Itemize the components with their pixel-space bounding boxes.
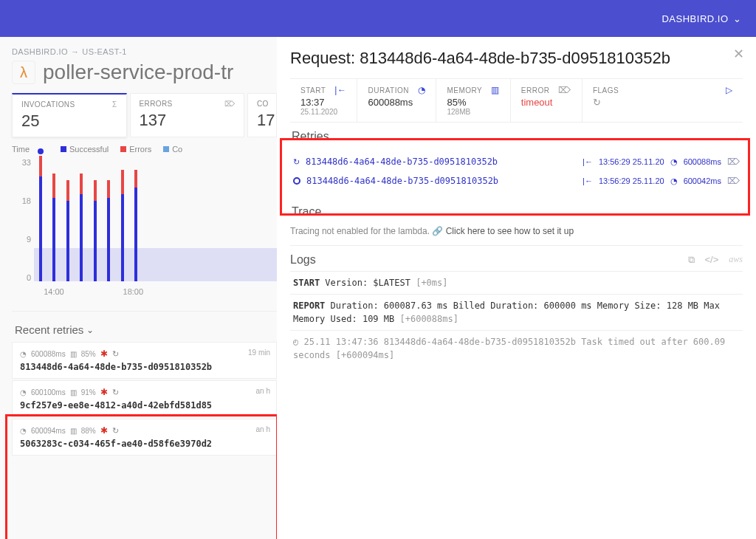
memory-icon: ▥ bbox=[491, 85, 500, 95]
chart-bar bbox=[134, 170, 137, 281]
chart-bar bbox=[52, 174, 55, 281]
left-panel: DASHBIRD.IO→US-EAST-1 λ poller-service-p… bbox=[0, 37, 277, 539]
topbar: DASHBIRD.IO⌄ bbox=[0, 0, 756, 37]
memory-icon: ▥ bbox=[70, 388, 77, 396]
bug-icon: ⌦ bbox=[727, 176, 740, 186]
chevron-down-icon: ⌄ bbox=[86, 325, 94, 335]
trace-message: Tracing not enabled for the lambda. 🔗 Cl… bbox=[290, 223, 743, 246]
retry-row[interactable]: ↻ 813448d6-4a64-48de-b735-d0951810352b |… bbox=[293, 152, 740, 171]
clock-icon: ◔ bbox=[670, 176, 678, 186]
bug-icon: ⌦ bbox=[558, 85, 571, 95]
reload-icon: ↻ bbox=[112, 388, 119, 397]
clock-icon: ◔ bbox=[418, 85, 426, 95]
logs-section-title: Logs bbox=[290, 253, 316, 267]
retries-section-title: Retries bbox=[290, 123, 743, 148]
stat-errors[interactable]: ERRORS⌦ 137 bbox=[130, 93, 245, 137]
clock-icon: ◔ bbox=[20, 350, 27, 358]
chart-legend: Time Successful Errors Co bbox=[12, 145, 277, 154]
reload-icon[interactable]: ↻ bbox=[593, 97, 732, 108]
circle-icon bbox=[293, 177, 300, 185]
trace-section-title: Trace bbox=[290, 198, 743, 223]
chart-bar bbox=[39, 156, 42, 281]
bug-icon: ✱ bbox=[100, 387, 108, 397]
clock-icon: ◔ bbox=[20, 427, 27, 435]
flag-icon[interactable]: ▷ bbox=[726, 85, 733, 95]
start-icon: |← bbox=[334, 85, 346, 95]
clock-icon: ◔ bbox=[670, 157, 678, 167]
reload-icon: ↻ bbox=[112, 349, 119, 359]
close-icon[interactable]: ✕ bbox=[733, 46, 744, 62]
copy-icon[interactable]: ⧉ bbox=[688, 254, 695, 266]
org-menu[interactable]: DASHBIRD.IO⌄ bbox=[662, 13, 741, 24]
stat-invocations[interactable]: INVOCATIONSΣ 25 bbox=[12, 93, 127, 137]
chart-bar bbox=[94, 180, 97, 281]
bug-icon: ⌦ bbox=[224, 100, 235, 108]
bug-icon: ✱ bbox=[100, 425, 108, 436]
invocations-chart: 331890 14:0018:00 bbox=[12, 157, 277, 312]
reload-icon: ↻ bbox=[112, 426, 119, 436]
log-line: ◴ 25.11 13:47:36 813448d6-4a64-48de-b735… bbox=[290, 330, 743, 366]
start-icon: |← bbox=[583, 157, 593, 166]
chart-bar bbox=[121, 170, 124, 281]
sigma-icon: Σ bbox=[112, 100, 117, 109]
breadcrumb: DASHBIRD.IO→US-EAST-1 bbox=[12, 47, 277, 56]
clock-icon: ◔ bbox=[20, 388, 27, 396]
link-icon: 🔗 bbox=[432, 226, 443, 236]
retry-item[interactable]: ◔600088ms ▥85% ✱ ↻ 19 min 813448d6-4a64-… bbox=[12, 342, 277, 379]
lambda-icon: λ bbox=[12, 61, 35, 84]
reload-icon: ↻ bbox=[293, 157, 300, 167]
bug-icon: ⌦ bbox=[727, 157, 740, 167]
aws-icon[interactable]: aws bbox=[729, 254, 743, 266]
bug-icon: ✱ bbox=[100, 349, 108, 359]
function-title: poller-service-prod-tr bbox=[43, 61, 233, 84]
chevron-down-icon: ⌄ bbox=[733, 13, 742, 24]
code-icon[interactable]: </> bbox=[705, 254, 719, 266]
start-icon: |← bbox=[583, 176, 593, 185]
retry-item[interactable]: ◔600094ms ▥88% ✱ ↻ an h 5063283c-c034-46… bbox=[12, 419, 277, 456]
trace-setup-link[interactable]: Click here to see how to set it up bbox=[446, 226, 574, 236]
chart-bar bbox=[107, 180, 110, 281]
memory-icon: ▥ bbox=[70, 350, 77, 358]
retry-item[interactable]: ◔600100ms ▥91% ✱ ↻ an h 9cf257e9-ee8e-48… bbox=[12, 380, 277, 417]
request-info-row: START|← 13:37 25.11.2020 DURATION◔ 60008… bbox=[290, 78, 743, 123]
request-title: Request: 813448d6-4a64-48de-b735-d095181… bbox=[290, 49, 743, 68]
log-line: REPORT Duration: 600087.63 ms Billed Dur… bbox=[290, 294, 743, 330]
retry-row[interactable]: 813448d6-4a64-48de-b735-d0951810352b |←1… bbox=[293, 171, 740, 190]
chart-bar bbox=[80, 174, 83, 281]
log-line: START Version: $LATEST [+0ms] bbox=[290, 271, 743, 294]
chart-bar bbox=[66, 180, 69, 281]
stat-coldstarts[interactable]: CO 17 bbox=[247, 93, 277, 137]
recent-retries-header[interactable]: Recent retries ⌄ bbox=[12, 316, 277, 342]
request-detail-panel: ✕ Request: 813448d6-4a64-48de-b735-d0951… bbox=[277, 37, 756, 539]
memory-icon: ▥ bbox=[70, 427, 77, 435]
